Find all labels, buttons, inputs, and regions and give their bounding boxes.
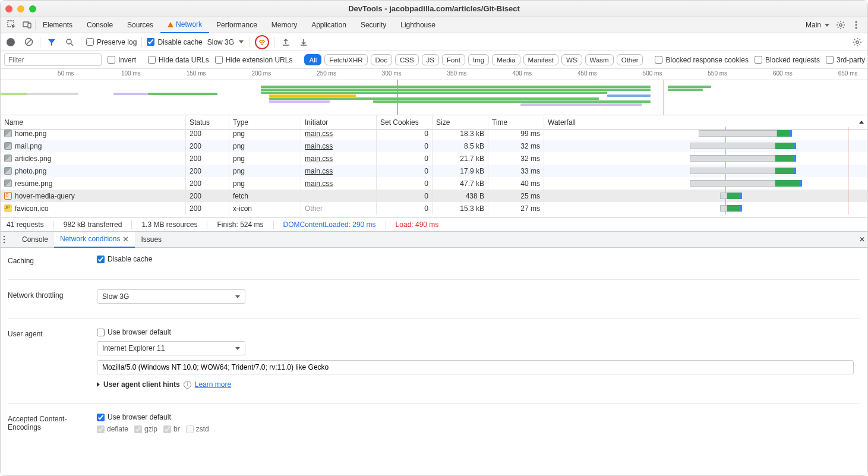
encoding-deflate[interactable]: deflate [97, 425, 128, 433]
upload-icon[interactable] [279, 36, 292, 49]
settings-icon[interactable] [833, 17, 848, 33]
status-finish: Finish: 524 ms [217, 220, 263, 229]
initiator-link[interactable]: main.css [305, 155, 333, 163]
drawer-kebab-icon[interactable] [3, 235, 15, 244]
enc-browser-default-checkbox[interactable]: Use browser default [97, 413, 860, 421]
close-tab-icon[interactable]: ✕ [122, 235, 129, 244]
tab-network[interactable]: Network [160, 17, 209, 33]
initiator-link[interactable]: main.css [305, 179, 333, 188]
record-icon[interactable] [4, 36, 17, 49]
svg-point-3 [839, 24, 842, 26]
timeline-overview[interactable]: 50 ms100 ms150 ms200 ms250 ms300 ms350 m… [1, 69, 867, 115]
tab-security[interactable]: Security [353, 17, 393, 33]
tab-performance[interactable]: Performance [209, 17, 264, 33]
throttling-select[interactable]: Slow 3G [207, 38, 245, 46]
type-filter-css[interactable]: CSS [395, 54, 419, 65]
download-icon[interactable] [297, 36, 310, 49]
inspect-icon[interactable] [4, 17, 20, 33]
learn-more-link[interactable]: Learn more [195, 380, 231, 389]
status-load: Load: 490 ms [396, 220, 439, 229]
type-filter-all[interactable]: All [304, 54, 321, 65]
zoom-window-icon[interactable] [29, 5, 36, 12]
ua-browser-default-checkbox[interactable]: Use browser default [97, 328, 860, 336]
svg-point-15 [4, 242, 5, 244]
kebab-icon[interactable] [848, 17, 864, 33]
table-row[interactable]: home.png200pngmain.css018.3 kB99 ms [1, 127, 867, 140]
tab-console[interactable]: Console [80, 17, 120, 33]
svg-line-10 [71, 43, 73, 46]
info-icon: i [184, 381, 191, 389]
svg-point-13 [4, 236, 5, 238]
drawer-tab-console[interactable]: Console [16, 232, 54, 248]
clear-icon[interactable] [22, 36, 35, 49]
window-title: DevTools - jacobpadilla.com/articles/Git… [1, 4, 867, 13]
titlebar: DevTools - jacobpadilla.com/articles/Git… [1, 1, 867, 17]
throttling-dropdown[interactable]: Slow 3G [97, 289, 245, 304]
type-filter-wasm[interactable]: Wasm [585, 54, 614, 65]
initiator-link[interactable]: main.css [305, 142, 333, 150]
encoding-gzip[interactable]: gzip [134, 425, 157, 433]
drawer-disable-cache-checkbox[interactable]: Disable cache [97, 255, 860, 263]
tab-application[interactable]: Application [304, 17, 353, 33]
type-filter-ws[interactable]: WS [561, 54, 582, 65]
type-filter-js[interactable]: JS [422, 54, 439, 65]
network-conditions-icon[interactable] [255, 35, 269, 49]
tab-sources[interactable]: Sources [120, 17, 160, 33]
type-filter-doc[interactable]: Doc [371, 54, 392, 65]
svg-point-9 [67, 39, 71, 44]
table-row[interactable]: favicon.ico200x-iconOther015.3 kB27 ms [1, 202, 867, 215]
encoding-zstd[interactable]: zstd [186, 425, 209, 433]
hide-ext-urls-checkbox[interactable]: Hide extension URLs [215, 56, 293, 64]
network-conditions-panel: Caching Disable cache Network throttling… [1, 248, 867, 476]
type-filter-fetchxhr[interactable]: Fetch/XHR [324, 54, 367, 65]
hide-data-urls-checkbox[interactable]: Hide data URLs [148, 56, 209, 64]
expand-icon[interactable] [97, 382, 100, 387]
table-row[interactable]: articles.png200pngmain.css021.7 kB32 ms [1, 152, 867, 165]
file-icon [4, 179, 12, 187]
encodings-label: Accepted Content-Encodings [8, 413, 97, 431]
initiator-link[interactable]: main.css [305, 167, 333, 175]
table-row[interactable]: hover-media-query200fetch0438 B25 ms [1, 190, 867, 202]
filter-input[interactable] [4, 53, 102, 66]
drawer-close-icon[interactable]: ✕ [859, 235, 865, 244]
warning-icon [168, 22, 173, 27]
file-icon [4, 130, 12, 137]
initiator-link[interactable]: main.css [305, 130, 333, 138]
ua-preset-dropdown[interactable]: Internet Explorer 11 [97, 341, 245, 355]
encoding-br[interactable]: br [163, 425, 180, 433]
table-row[interactable]: photo.png200pngmain.css017.9 kB33 ms [1, 165, 867, 177]
filter-icon[interactable] [45, 36, 58, 49]
frame-selector[interactable]: Main [802, 21, 833, 29]
window-controls [5, 5, 36, 12]
throttling-label: Network throttling [8, 289, 97, 300]
tab-lighthouse[interactable]: Lighthouse [393, 17, 443, 33]
type-filter-img[interactable]: Img [468, 54, 489, 65]
tab-elements[interactable]: Elements [36, 17, 80, 33]
invert-checkbox[interactable]: Invert [108, 56, 136, 64]
status-resources: 1.3 MB resources [141, 220, 197, 229]
blocked-requests-checkbox[interactable]: Blocked requests [755, 56, 820, 64]
drawer-tab-network-conditions[interactable]: Network conditions✕ [54, 232, 135, 248]
disable-cache-checkbox[interactable]: Disable cache [147, 38, 202, 46]
tab-memory[interactable]: Memory [264, 17, 304, 33]
blocked-cookies-checkbox[interactable]: Blocked response cookies [655, 56, 748, 64]
type-filter-other[interactable]: Other [617, 54, 643, 65]
search-icon[interactable] [63, 36, 76, 49]
close-window-icon[interactable] [5, 5, 12, 12]
type-filter-media[interactable]: Media [492, 54, 520, 65]
device-icon[interactable] [20, 17, 35, 33]
user-agent-label: User agent [8, 328, 97, 338]
thirdparty-checkbox[interactable]: 3rd-party requests [826, 56, 868, 64]
table-row[interactable]: resume.png200pngmain.css047.7 kB40 ms [1, 177, 867, 190]
minimize-window-icon[interactable] [17, 5, 24, 12]
drawer-tab-issues[interactable]: Issues [135, 232, 168, 248]
resource-type-filters: AllFetch/XHRDocCSSJSFontImgMediaManifest… [304, 54, 643, 65]
ua-string-input[interactable] [97, 360, 854, 374]
preserve-log-checkbox[interactable]: Preserve log [86, 38, 137, 46]
svg-point-5 [856, 24, 857, 26]
network-settings-icon[interactable] [851, 36, 864, 49]
ua-client-hints-label: User agent client hints [103, 380, 180, 389]
type-filter-font[interactable]: Font [442, 54, 465, 65]
table-row[interactable]: mail.png200pngmain.css08.5 kB32 ms [1, 140, 867, 152]
type-filter-manifest[interactable]: Manifest [523, 54, 558, 65]
